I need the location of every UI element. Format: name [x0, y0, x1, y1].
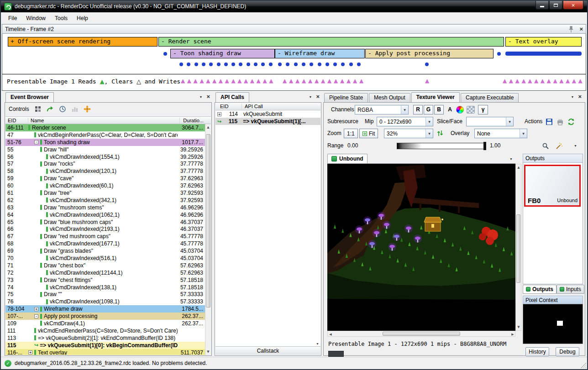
- column-header-api-call[interactable]: API Call: [242, 104, 263, 109]
- event-row[interactable]: 58vkCmdDrawIndexed(120,1)37.77778: [5, 167, 205, 175]
- event-row[interactable]: 76vkCmdDrawIndexed(1098,1)57.33333: [5, 298, 205, 305]
- event-row[interactable]: 70vkCmdDrawIndexed(516,1)45.03704: [5, 255, 205, 262]
- timeline-event-dot[interactable]: [349, 63, 353, 66]
- timeline-event-dot[interactable]: [286, 63, 289, 66]
- pixel-context-view[interactable]: [523, 304, 583, 344]
- stats-icon[interactable]: [71, 105, 79, 113]
- timeline-event-dot[interactable]: [163, 52, 167, 56]
- texture-horizontal-scrollbar[interactable]: ◀ ▶: [327, 331, 515, 337]
- range-slider[interactable]: [397, 143, 486, 149]
- scroll-left-icon[interactable]: ◀: [328, 331, 333, 338]
- clock-icon[interactable]: [59, 105, 66, 113]
- jump-arrow-icon[interactable]: [47, 105, 54, 113]
- panel-menu-icon[interactable]: ▼: [199, 95, 202, 99]
- tab-outputs[interactable]: Outputs: [523, 285, 556, 294]
- timeline-event-dot[interactable]: [179, 63, 183, 66]
- event-row[interactable]: 115↪=> vkQueueSubmit(1)[0]: vkBeginComma…: [5, 342, 205, 349]
- flip-y-icon[interactable]: [437, 129, 443, 137]
- timeline-section-bar[interactable]: - Text overlay: [505, 37, 582, 47]
- mip-select[interactable]: 0 - 1272x690▼: [377, 117, 433, 126]
- timeline-section-bar[interactable]: - Wireframe draw: [275, 49, 365, 58]
- scroll-right-icon[interactable]: ▶: [510, 331, 515, 338]
- timeline-section-bar[interactable]: - Render scene: [158, 37, 504, 47]
- range-max-value[interactable]: 1.00: [490, 141, 500, 151]
- tree-expander[interactable]: +: [217, 112, 221, 116]
- event-row[interactable]: 68vkCmdDrawIndexed(1677,1)45.77778: [5, 240, 205, 247]
- event-row[interactable]: 55Draw "hill"39.25926: [5, 146, 205, 153]
- event-row[interactable]: 62vkCmdDrawIndexed(342,1)37.92593: [5, 197, 205, 204]
- tree-expander[interactable]: +: [28, 350, 32, 354]
- callstack-dock[interactable]: Callstack: [215, 346, 320, 355]
- timeline-event-dot[interactable]: [231, 63, 235, 66]
- scroll-down-icon[interactable]: ▼: [516, 324, 521, 330]
- event-row[interactable]: 69Draw "grass blades"45.03704: [5, 247, 205, 255]
- checkerboard-background-icon[interactable]: [467, 106, 475, 114]
- event-row[interactable]: 61Draw "tree"37.92593: [5, 189, 205, 197]
- event-row[interactable]: 65Draw "blue mushroom caps"46.37037: [5, 219, 205, 226]
- column-header-eid[interactable]: EID: [215, 104, 242, 109]
- tab-capture-executable[interactable]: Capture Executable: [461, 93, 519, 102]
- column-header-duration[interactable]: Duratio...: [179, 118, 211, 123]
- resize-grip[interactable]: [581, 363, 586, 368]
- color-wheel-icon[interactable]: [456, 106, 464, 114]
- dock-chevron-icon[interactable]: ▼: [316, 342, 319, 345]
- scrollbar-thumb[interactable]: [206, 134, 210, 307]
- timeline-event-dot[interactable]: [202, 63, 205, 66]
- gamma-button[interactable]: γ: [478, 105, 488, 115]
- timeline-event-dot[interactable]: [357, 63, 361, 66]
- scroll-up-icon[interactable]: ▲: [516, 164, 521, 171]
- tab-pipeline-state[interactable]: Pipeline State: [324, 93, 368, 102]
- timeline-event-dot[interactable]: [247, 63, 250, 66]
- fb0-thumbnail[interactable]: FB0 Unbound: [524, 165, 581, 207]
- timeline-event-dot[interactable]: [318, 63, 321, 66]
- tab-mesh-output[interactable]: Mesh Output: [369, 93, 410, 102]
- texture-tab-unbound[interactable]: Unbound: [327, 154, 368, 163]
- timeline-event-dot[interactable]: [278, 63, 282, 66]
- tree-expander[interactable]: -: [34, 314, 38, 318]
- column-header-eid[interactable]: EID: [5, 118, 28, 123]
- menu-item-file[interactable]: File: [4, 13, 21, 23]
- range-min-value[interactable]: 0.00: [347, 141, 358, 151]
- timeline-event-dot[interactable]: [254, 63, 257, 66]
- timeline-overlay-line[interactable]: [505, 52, 582, 56]
- event-row[interactable]: 72vkCmdDrawIndexed(12144,1)57.62963: [5, 269, 205, 276]
- timeline-event-dot[interactable]: [209, 63, 213, 66]
- timeline-event-dot[interactable]: [261, 63, 265, 66]
- title-bar[interactable]: debugmarker.rdc - RenderDoc Unofficial r…: [1, 1, 587, 12]
- channels-select[interactable]: RGBA▼: [355, 105, 409, 115]
- range-slider-handle[interactable]: [483, 142, 486, 150]
- tab-texture-viewer[interactable]: Texture Viewer: [411, 92, 460, 102]
- panel-menu-icon[interactable]: ▼: [309, 95, 312, 99]
- pin-icon[interactable]: [567, 26, 575, 33]
- timeline-close-icon[interactable]: ×: [579, 27, 583, 31]
- event-row[interactable]: 56vkCmdDrawIndexed(1554,1)39.25926: [5, 153, 205, 161]
- maximize-button[interactable]: [549, 1, 562, 10]
- channel-blue-button[interactable]: B: [434, 105, 444, 115]
- event-row[interactable]: 75Draw ""57.33333: [5, 291, 205, 298]
- event-row[interactable]: 74vkCmdDrawIndexed(138,1)57.18518: [5, 284, 205, 291]
- event-row[interactable]: 107-...-Apply post processing262.37...: [5, 313, 205, 320]
- timeline-event-dot[interactable]: [497, 52, 501, 56]
- timeline-event-dot[interactable]: [341, 63, 345, 66]
- minimize-button[interactable]: [536, 1, 549, 10]
- menu-item-window[interactable]: Window: [21, 13, 50, 23]
- channel-red-button[interactable]: R: [413, 105, 423, 115]
- timeline-event-dot[interactable]: [224, 63, 228, 66]
- timeline-event-dot[interactable]: [326, 63, 329, 66]
- timeline-event-dot[interactable]: [239, 63, 242, 66]
- tab-list-chevron-icon[interactable]: ▼: [509, 157, 513, 161]
- magnifier-icon[interactable]: [542, 142, 549, 150]
- event-row[interactable]: 78-104+Wireframe draw1784.5...: [5, 305, 205, 313]
- texture-vertical-scrollbar[interactable]: ▲ ▼: [515, 164, 521, 331]
- event-row[interactable]: 111vkCmdEndRenderPass(C=Store, D=Store, …: [5, 327, 205, 334]
- toolbar-overflow-icon[interactable]: ▼: [574, 144, 577, 147]
- event-row[interactable]: 73Draw "chest fittings"57.18518: [5, 276, 205, 284]
- event-row[interactable]: 59Draw "cave"37.62963: [5, 175, 205, 182]
- channel-green-button[interactable]: G: [424, 105, 433, 115]
- api-call-row[interactable]: +114vkQueueSubmit: [215, 110, 320, 118]
- refresh-icon[interactable]: [567, 118, 575, 125]
- close-button[interactable]: ×: [563, 1, 583, 10]
- event-row[interactable]: 109vkCmdDraw(4,1)262.37...: [5, 320, 205, 327]
- panel-close-icon[interactable]: ×: [316, 94, 320, 99]
- timeline-event-dot[interactable]: [425, 63, 429, 66]
